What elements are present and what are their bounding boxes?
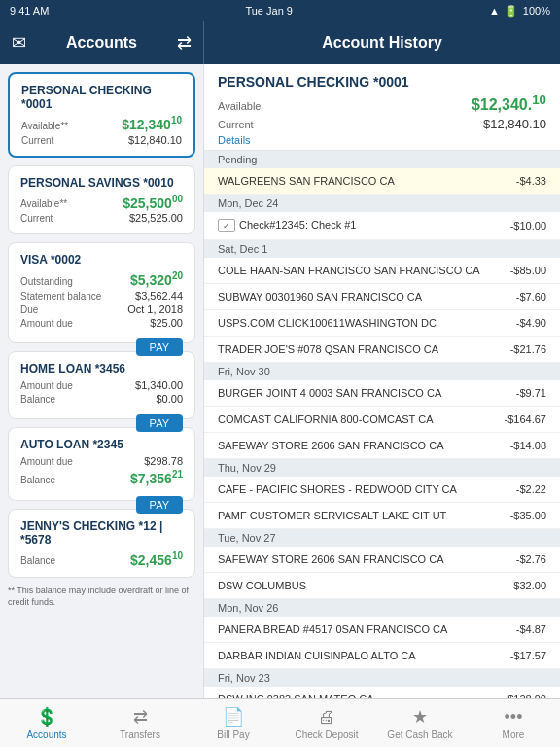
header-left: ✉ Accounts ⇄ [0,21,204,64]
account-card-visa[interactable]: VISA *0002 Outstanding $5,32020 Statemen… [8,242,195,343]
accounts-footnote: ** This balance may include overdraft or… [8,586,195,608]
transaction-name: SUBWAY 00301960 SAN FRANCISCO CA [218,291,516,302]
tab-item-get-cash-back[interactable]: ★ Get Cash Back [373,699,467,747]
account-balance-row: Balance $7,35621 [20,469,183,486]
transaction-amount: -$7.60 [516,291,546,302]
history-available-row: Available $12,340.10 [218,92,546,114]
transaction-amount: -$164.67 [505,413,546,425]
tab-item-accounts[interactable]: 💲 Accounts [0,699,93,747]
transaction-row[interactable]: PAMF CUSTOMER SERVICSALT LAKE CIT UT -$3… [204,503,560,529]
date-group-header: Thu, Nov 29 [204,459,560,477]
date-group-header: Mon, Dec 24 [204,195,560,212]
account-balance-row: Balance $2,45610 [20,551,183,568]
account-card-jenny-checking[interactable]: JENNY'S CHECKING *12 | *5678 Balance $2,… [8,509,195,579]
account-amount-due-label: Amount due [20,380,73,391]
wifi-icon: ▲ [489,5,500,17]
account-card-auto-loan[interactable]: AUTO LOAN *2345 Amount due $298.78 Balan… [8,427,195,501]
transaction-name: TRADER JOE'S #078 QSAN FRANCISCO CA [218,343,510,355]
history-current-row: Current $12,840.10 [218,117,546,131]
date-group-header: Mon, Nov 26 [204,599,560,617]
account-statement-row: Statement balance $3,562.44 [20,290,183,302]
header-right: Account History [204,21,560,64]
account-available-label: Available** [21,121,68,131]
account-outstanding-value: $5,32020 [130,270,183,288]
battery-percent: 100% [523,5,550,17]
account-due-label: Due [20,304,38,315]
tab-icon-accounts: 💲 [36,706,57,728]
transaction-row[interactable]: BURGER JOINT 4 0003 SAN FRANCISCO CA -$9… [204,380,560,407]
account-name: JENNY'S CHECKING *12 | *5678 [20,519,183,547]
tab-item-transfers[interactable]: ⇄ Transfers [93,699,187,747]
tab-label-get-cash-back: Get Cash Back [387,729,452,740]
account-current-row: Current $12,840.10 [21,134,182,146]
transaction-row[interactable]: ✓Check#12345: Check #1 -$10.00 [204,212,560,240]
pay-button-home-loan[interactable]: PAY [136,414,183,432]
transaction-row[interactable]: CAFE - PACIFIC SHORES - REDWOOD CITY CA … [204,477,560,503]
transaction-amount: -$17.57 [510,650,546,661]
transaction-row[interactable]: SAFEWAY STORE 2606 SAN FRANCISCO CA -$2.… [204,547,560,573]
account-outstanding-label: Outstanding [20,276,73,287]
battery-icon: 🔋 [505,5,518,18]
transaction-row[interactable]: WALGREENS SAN FRANCISCO CA -$4.33 [204,168,560,195]
history-current-value: $12,840.10 [483,117,546,131]
account-name: VISA *0002 [20,253,183,267]
status-right: ▲ 🔋 100% [489,5,550,18]
transaction-row[interactable]: DSW INC 9383 SAN MATEO CA -$128.90 [204,687,560,698]
tab-icon-get-cash-back: ★ [412,706,428,728]
transaction-row[interactable]: DSW COLUMBUS -$32.00 [204,573,560,599]
main-content: PERSONAL CHECKING *0001 Available** $12,… [0,64,560,698]
date-group-header: Fri, Nov 30 [204,363,560,380]
transfer-header-icon[interactable]: ⇄ [177,32,192,53]
message-icon[interactable]: ✉ [12,32,26,53]
details-link[interactable]: Details [218,134,546,146]
transaction-name: SAFEWAY STORE 2606 SAN FRANCISCO CA [218,553,516,565]
tab-label-check-deposit: Check Deposit [295,729,358,740]
app-header: ✉ Accounts ⇄ Account History [0,21,560,64]
transaction-name: CAFE - PACIFIC SHORES - REDWOOD CITY CA [218,483,516,495]
transaction-row[interactable]: TRADER JOE'S #078 QSAN FRANCISCO CA -$21… [204,337,560,363]
tab-label-bill-pay: Bill Pay [217,729,249,740]
transaction-amount: -$4.87 [516,623,546,635]
transaction-row[interactable]: DARBAR INDIAN CUISINPALO ALTO CA -$17.57 [204,643,560,669]
account-due-row: Due Oct 1, 2018 [20,303,183,315]
account-balance-label: Balance [20,555,55,566]
transaction-row[interactable]: COMCAST CALIFORNIA 800-COMCAST CA -$164.… [204,407,560,433]
pay-button-auto-loan[interactable]: PAY [136,496,183,514]
account-balance-label: Balance [20,475,55,485]
account-name: HOME LOAN *3456 [20,362,183,375]
transaction-name: DARBAR INDIAN CUISINPALO ALTO CA [218,650,510,661]
status-day: Tue Jan 9 [245,5,293,17]
account-card-personal-checking[interactable]: PERSONAL CHECKING *0001 Available** $12,… [8,72,195,158]
tab-item-check-deposit[interactable]: 🖨 Check Deposit [280,699,373,747]
history-available-value: $12,340.10 [472,92,546,114]
account-amount-due-row: Amount due $1,340.00 [20,379,183,391]
header-accounts-title: Accounts [66,34,137,52]
status-bar: 9:41 AM Tue Jan 9 ▲ 🔋 100% [0,0,560,21]
account-due-value: Oct 1, 2018 [127,303,183,315]
transaction-row[interactable]: SAFEWAY STORE 2606 SAN FRANCISCO CA -$14… [204,433,560,459]
transaction-row[interactable]: PANERA BREAD #4517 0SAN FRANCISCO CA -$4… [204,617,560,643]
transaction-row[interactable]: SUBWAY 00301960 SAN FRANCISCO CA -$7.60 [204,284,560,310]
transaction-name: PANERA BREAD #4517 0SAN FRANCISCO CA [218,623,516,635]
status-time: 9:41 AM [10,5,49,17]
tab-item-bill-pay[interactable]: 📄 Bill Pay [187,699,280,747]
transaction-amount: -$14.08 [510,440,546,451]
account-outstanding-row: Outstanding $5,32020 [20,270,183,288]
account-available-value: $25,50000 [122,194,183,211]
transaction-amount: -$32.00 [510,580,546,591]
account-card-home-loan[interactable]: HOME LOAN *3456 Amount due $1,340.00 Bal… [8,351,195,419]
tab-icon-transfers: ⇄ [133,706,148,728]
tab-item-more[interactable]: ••• More [467,699,560,747]
tab-label-more: More [503,729,525,740]
account-statement-value: $3,562.44 [135,290,183,302]
transaction-amount: -$35.00 [510,510,546,521]
pay-button-visa[interactable]: PAY [136,338,183,356]
transaction-row[interactable]: COLE HAAN-SAN FRANCISCO SAN FRANCISCO CA… [204,258,560,284]
transaction-row[interactable]: USPS.COM CLICK100611WASHINGTON DC -$4.90 [204,310,560,337]
account-statement-label: Statement balance [20,291,101,302]
account-current-row: Current $25,525.00 [20,212,183,224]
account-card-personal-savings[interactable]: PERSONAL SAVINGS *0010 Available** $25,5… [8,165,195,235]
account-amount-due-value: $1,340.00 [135,379,183,391]
account-amount-due-value: $298.78 [144,455,183,467]
tab-bar: 💲 Accounts ⇄ Transfers 📄 Bill Pay 🖨 Chec… [0,698,560,747]
